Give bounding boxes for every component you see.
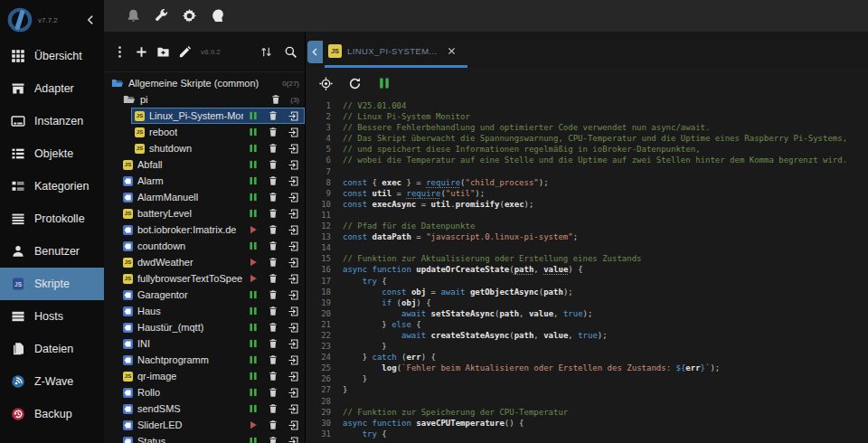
open-script-button[interactable]	[288, 257, 299, 269]
system-settings-button[interactable]	[154, 8, 169, 24]
open-script-button[interactable]	[288, 224, 299, 236]
delete-script-button[interactable]	[268, 110, 278, 121]
tree-item-ini[interactable]: INI	[119, 335, 305, 352]
delete-script-button[interactable]	[268, 208, 278, 219]
tree-item-allgemeine-skripte-common[interactable]: Allgemeine Skripte (common)0(27)	[108, 75, 305, 91]
delete-script-button[interactable]	[268, 306, 278, 316]
tree-item-abfall[interactable]: JSAbfall	[119, 156, 305, 173]
tree-item-shutdown[interactable]: JSshutdown	[131, 140, 305, 156]
sidebar-item-uebersicht[interactable]: Übersicht	[0, 40, 104, 72]
tree-item-nachtprogramm[interactable]: Nachtprogramm	[119, 352, 305, 368]
tree-item-status[interactable]: Status	[119, 433, 305, 443]
add-script-button[interactable]	[135, 45, 148, 59]
delete-script-button[interactable]	[268, 387, 278, 398]
user-profile-button[interactable]	[210, 8, 225, 24]
pause-script-button[interactable]	[377, 76, 392, 90]
open-script-button[interactable]	[288, 354, 299, 366]
tree-item-batterylevel[interactable]: JSbatteryLevel	[119, 205, 305, 222]
open-script-button[interactable]	[288, 387, 299, 399]
open-script-button[interactable]	[288, 175, 299, 187]
open-script-button[interactable]	[288, 306, 299, 317]
tree-item-fullybrowsertexttospee[interactable]: JSfullybrowserTextToSpee	[119, 270, 305, 287]
sidebar-item-benutzer[interactable]: Benutzer	[0, 235, 104, 268]
pause-script-button[interactable]	[248, 306, 259, 316]
code-editor[interactable]: 1// V25.01.0042// Linux Pi-System Monito…	[306, 99, 868, 443]
sidebar-item-zwave[interactable]: Z-Wave	[0, 365, 104, 398]
delete-folder-button[interactable]	[270, 94, 281, 105]
open-script-button[interactable]	[288, 240, 299, 252]
pause-script-button[interactable]	[248, 289, 259, 300]
start-script-button[interactable]	[248, 224, 259, 235]
pause-script-button[interactable]	[248, 192, 259, 203]
delete-script-button[interactable]	[268, 159, 278, 170]
tree-item-countdown[interactable]: countdown	[119, 238, 305, 254]
delete-script-button[interactable]	[268, 322, 278, 333]
locate-in-tree-button[interactable]	[319, 77, 333, 90]
open-script-button[interactable]	[288, 143, 299, 155]
tree-item-alarm[interactable]: Alarm	[119, 173, 305, 189]
tree-item-sendsms[interactable]: sendSMS	[119, 401, 305, 417]
start-script-button[interactable]	[248, 257, 259, 268]
pause-script-button[interactable]	[248, 143, 259, 154]
add-folder-button[interactable]	[156, 45, 170, 59]
open-script-button[interactable]	[288, 436, 299, 443]
open-script-button[interactable]	[288, 208, 299, 220]
tree-item-pi[interactable]: pi(3)	[119, 91, 305, 108]
start-script-button[interactable]	[248, 273, 259, 284]
tree-item-reboot[interactable]: JSreboot	[131, 124, 305, 140]
search-button[interactable]	[284, 45, 297, 59]
open-script-button[interactable]	[288, 322, 299, 334]
tree-item-sliderled[interactable]: SliderLED	[119, 417, 305, 433]
open-script-button[interactable]	[288, 403, 299, 415]
pause-script-button[interactable]	[248, 338, 259, 349]
delete-script-button[interactable]	[268, 436, 278, 443]
open-script-button[interactable]	[288, 110, 299, 122]
delete-script-button[interactable]	[268, 338, 278, 349]
delete-script-button[interactable]	[268, 419, 278, 430]
tree-item-qr-image[interactable]: JSqr-image	[119, 368, 305, 384]
open-script-button[interactable]	[288, 159, 299, 171]
pause-script-button[interactable]	[248, 159, 259, 170]
tree-item-dwdweather[interactable]: JSdwdWeather	[119, 254, 305, 270]
pause-script-button[interactable]	[248, 387, 259, 398]
sidebar-collapse-button[interactable]	[84, 14, 97, 26]
delete-script-button[interactable]	[268, 371, 278, 382]
pause-script-button[interactable]	[248, 371, 259, 382]
reload-script-button[interactable]	[348, 77, 362, 90]
delete-script-button[interactable]	[268, 192, 278, 203]
tree-item-alarmmanuell[interactable]: AlarmManuell	[119, 189, 305, 205]
sort-button[interactable]	[259, 45, 273, 59]
delete-script-button[interactable]	[268, 354, 278, 365]
delete-script-button[interactable]	[268, 224, 278, 235]
expert-mode-button[interactable]	[182, 8, 197, 24]
edit-button[interactable]	[178, 45, 192, 59]
tree-item-rollo[interactable]: Rollo	[119, 384, 305, 401]
open-script-button[interactable]	[288, 289, 299, 301]
pause-script-button[interactable]	[248, 240, 259, 251]
back-button[interactable]	[307, 41, 323, 63]
delete-script-button[interactable]	[268, 403, 278, 414]
delete-script-button[interactable]	[268, 257, 278, 268]
tree-item-garagentor[interactable]: Garagentor	[119, 287, 305, 303]
tree-item-linux-pi-system-mor[interactable]: JSLinux_Pi-System-Mor	[131, 108, 305, 124]
editor-tab[interactable]: JS LINUX_PI-SYSTEM...	[325, 37, 467, 68]
sidebar-item-objekte[interactable]: Objekte	[0, 137, 104, 170]
notifications-button[interactable]	[126, 8, 141, 24]
tree-item-haus[interactable]: Haus	[119, 303, 305, 319]
delete-script-button[interactable]	[268, 143, 278, 154]
tree-item-bot-iobroker-imatrix-de[interactable]: bot.iobroker:Imatrix.de	[119, 222, 305, 238]
delete-script-button[interactable]	[268, 240, 278, 251]
sidebar-item-kategorien[interactable]: Kategorien	[0, 170, 104, 203]
start-script-button[interactable]	[248, 419, 259, 430]
open-script-button[interactable]	[288, 338, 299, 350]
pause-script-button[interactable]	[248, 175, 259, 186]
sidebar-item-skripte[interactable]: JSSkripte	[0, 268, 104, 300]
sidebar-item-instanzen[interactable]: Instanzen	[0, 105, 104, 137]
tree-item-haust-r-mqtt[interactable]: Haustür_(mqtt)	[119, 319, 305, 335]
pause-script-button[interactable]	[248, 208, 259, 219]
pause-script-button[interactable]	[248, 403, 259, 414]
open-script-button[interactable]	[288, 371, 299, 382]
pause-script-button[interactable]	[248, 322, 259, 333]
delete-script-button[interactable]	[268, 273, 278, 284]
menu-kebab-button[interactable]	[113, 45, 127, 59]
